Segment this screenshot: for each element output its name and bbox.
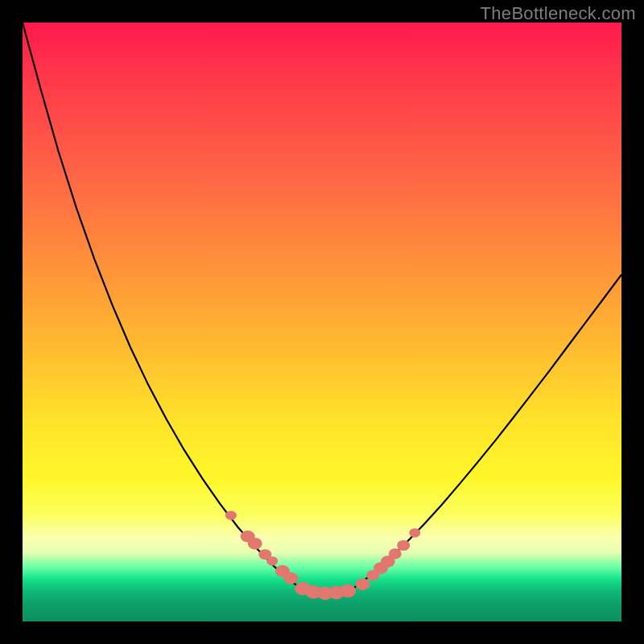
curve-group (23, 23, 621, 593)
bottleneck-curve (23, 23, 621, 593)
watermark-text: TheBottleneck.com (481, 3, 636, 24)
sample-bead (225, 511, 237, 520)
plot-area (23, 23, 621, 621)
sample-bead (283, 572, 298, 584)
sample-bead (397, 540, 410, 551)
chart-frame: TheBottleneck.com (0, 0, 644, 644)
sample-bead (356, 579, 370, 591)
curve-svg (23, 23, 621, 621)
sample-bead (389, 548, 402, 559)
sample-bead (266, 556, 278, 565)
sample-bead (409, 528, 420, 537)
sample-bead (340, 584, 356, 597)
beads-group (225, 511, 420, 601)
sample-bead (248, 538, 262, 550)
